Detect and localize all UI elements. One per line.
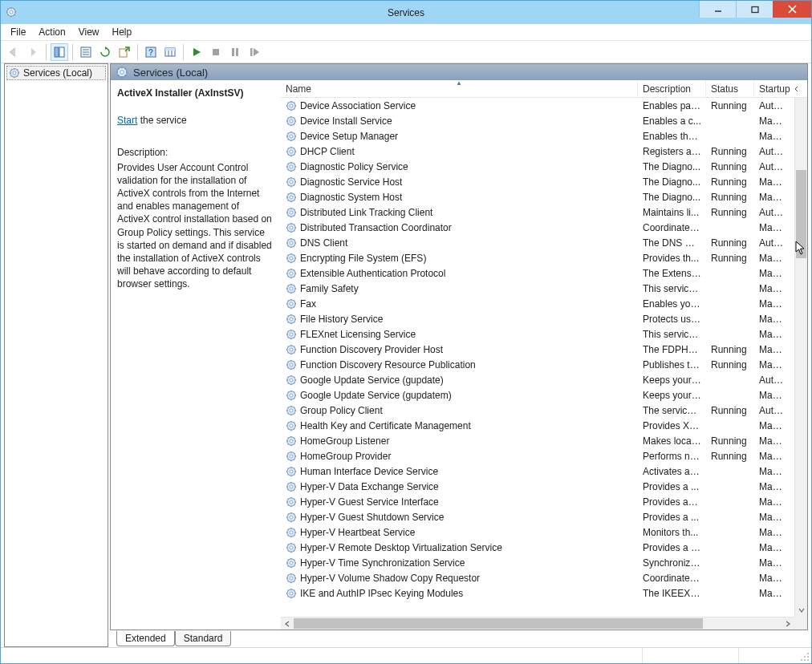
help-button[interactable]: ? [142,43,160,61]
column-overflow-indicator[interactable] [791,80,804,97]
service-description: The Diagno... [638,161,706,172]
gear-icon [286,481,297,492]
service-description: Keeps your ... [638,375,706,386]
service-row[interactable]: Extensible Authentication ProtocolThe Ex… [281,265,794,281]
service-description: Activates an... [638,466,706,477]
svg-rect-29 [236,48,238,56]
service-row[interactable]: Diagnostic Service HostThe Diagno...Runn… [281,174,794,189]
column-header-startup[interactable]: Startup [754,80,791,97]
columns-button[interactable] [161,43,179,61]
service-status: Running [706,192,754,203]
service-row[interactable]: Hyper-V Remote Desktop Virtualization Se… [281,540,794,555]
menu-file[interactable]: File [4,25,32,39]
service-row[interactable]: Encrypting File System (EFS)Provides th.… [281,250,794,265]
service-startup: Autom [754,375,791,386]
size-grip-icon[interactable] [800,652,810,662]
tab-standard[interactable]: Standard [175,631,232,646]
gear-icon [286,100,297,111]
gear-icon [286,405,297,416]
tree-item-label: Services (Local) [23,67,92,79]
service-row[interactable]: FLEXnet Licensing ServiceThis service ..… [281,326,794,342]
service-row[interactable]: Device Install ServiceEnables a c...Manu… [281,113,794,128]
stop-service-button[interactable] [207,43,225,61]
service-name: Hyper-V Time Synchronization Service [300,557,465,569]
refresh-button[interactable] [96,43,114,61]
export-button[interactable] [116,43,133,61]
service-row[interactable]: Hyper-V Volume Shadow Copy RequestorCoor… [281,570,794,585]
service-row[interactable]: Distributed Link Tracking ClientMaintain… [281,204,794,220]
service-description: The Diagno... [638,192,706,203]
menu-action[interactable]: Action [32,25,71,39]
menu-view[interactable]: View [72,25,106,39]
service-status: Running [706,176,754,188]
service-row[interactable]: DNS ClientThe DNS Cli...RunningAutom [281,235,794,250]
start-service-link[interactable]: Start [117,115,137,126]
svg-rect-26 [165,48,175,51]
service-startup: Autom [754,207,791,218]
tree-item-services-local[interactable]: Services (Local) [6,66,106,80]
show-hide-tree-button[interactable] [51,43,68,61]
minimize-button[interactable] [699,1,736,18]
service-startup: Manua [754,390,791,401]
close-button[interactable] [773,1,811,18]
service-row[interactable]: Device Setup ManagerEnables the ...Manua [281,128,794,144]
service-row[interactable]: Diagnostic Policy ServiceThe Diagno...Ru… [281,159,794,174]
service-list[interactable]: Device Association ServiceEnables pair..… [281,98,794,617]
service-row[interactable]: FaxEnables you...Manua [281,296,794,311]
scroll-right-button[interactable] [782,617,794,630]
service-row[interactable]: Device Association ServiceEnables pair..… [281,98,794,113]
restart-service-button[interactable] [246,43,263,61]
service-row[interactable]: Family SafetyThis service ...Manua [281,281,794,296]
console-tree[interactable]: Services (Local) [4,63,108,647]
vertical-scrollbar[interactable] [794,98,807,617]
scroll-down-button[interactable] [795,604,807,617]
maximize-button[interactable] [736,1,773,18]
tab-extended[interactable]: Extended [116,631,175,646]
service-row[interactable]: Google Update Service (gupdatem)Keeps yo… [281,387,794,403]
service-row[interactable]: Hyper-V Guest Shutdown ServiceProvides a… [281,509,794,524]
service-row[interactable]: Hyper-V Data Exchange ServiceProvides a … [281,479,794,494]
scroll-left-button[interactable] [281,617,294,630]
service-row[interactable]: HomeGroup ListenerMakes local...RunningM… [281,433,794,448]
forward-button[interactable] [24,43,42,61]
service-row[interactable]: DHCP ClientRegisters an...RunningAutom [281,144,794,159]
service-name: Health Key and Certificate Management [300,420,471,431]
service-status: Running [706,405,754,416]
gear-icon [286,131,297,142]
service-description: Provides X.5... [638,420,706,431]
horizontal-scrollbar[interactable] [281,617,794,630]
title-bar[interactable]: Services [1,1,811,24]
svg-rect-28 [232,48,234,56]
service-name: Function Discovery Resource Publication [300,359,476,370]
column-header-status[interactable]: Status [706,80,754,97]
service-row[interactable]: Function Discovery Resource PublicationP… [281,357,794,372]
service-startup: Manua [754,359,791,370]
scrollbar-thumb[interactable] [796,170,806,258]
service-description: Provides an ... [638,496,706,508]
column-header-description[interactable]: Description [638,80,706,97]
service-description: The Diagno... [638,176,706,188]
service-startup: Manua [754,192,791,203]
service-row[interactable]: Hyper-V Heartbeat ServiceMonitors th...M… [281,524,794,540]
service-row[interactable]: Google Update Service (gupdate)Keeps you… [281,372,794,387]
service-row[interactable]: Distributed Transaction CoordinatorCoord… [281,220,794,235]
back-button[interactable] [5,43,22,61]
properties-button[interactable] [77,43,95,61]
svg-rect-30 [250,48,253,56]
service-row[interactable]: Human Interface Device ServiceActivates … [281,464,794,479]
service-row[interactable]: Health Key and Certificate ManagementPro… [281,418,794,433]
service-row[interactable]: Hyper-V Guest Service InterfaceProvides … [281,494,794,509]
service-row[interactable]: Hyper-V Time Synchronization ServiceSync… [281,555,794,570]
start-service-button[interactable] [188,43,205,61]
service-row[interactable]: IKE and AuthIP IPsec Keying ModulesThe I… [281,585,794,601]
service-row[interactable]: Diagnostic System HostThe Diagno...Runni… [281,189,794,204]
service-row[interactable]: Group Policy ClientThe service ...Runnin… [281,403,794,418]
service-row[interactable]: File History ServiceProtects use...Manua [281,311,794,326]
service-row[interactable]: HomeGroup ProviderPerforms ne...RunningM… [281,448,794,464]
service-row[interactable]: Function Discovery Provider HostThe FDPH… [281,342,794,357]
results-pane: Services (Local) ActiveX Installer (AxIn… [110,63,808,630]
column-header-name[interactable]: Name ▲ [281,80,638,97]
pause-service-button[interactable] [226,43,244,61]
scrollbar-thumb[interactable] [294,618,703,629]
menu-help[interactable]: Help [106,25,139,39]
